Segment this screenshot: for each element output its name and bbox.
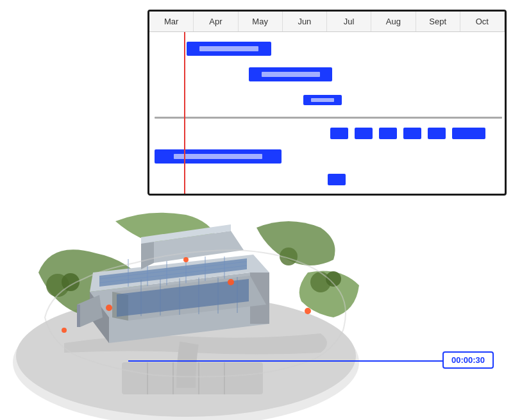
gantt-bar-1 <box>187 42 271 56</box>
svg-point-17 <box>228 279 234 285</box>
gantt-row-6 <box>149 145 505 168</box>
month-mar: Mar <box>149 12 194 31</box>
current-date-line <box>184 32 185 196</box>
gantt-connector-2 <box>155 194 475 196</box>
gantt-row-3 <box>149 88 505 112</box>
gantt-bar-6 <box>155 149 282 164</box>
month-jun: Jun <box>283 12 327 31</box>
svg-point-19 <box>305 308 311 314</box>
gantt-small-5-6 <box>452 128 485 139</box>
gantt-row-8 <box>149 191 505 196</box>
gantt-row-2 <box>149 63 505 86</box>
gantt-bar-3 <box>303 95 342 105</box>
gantt-small-5-5 <box>428 128 446 139</box>
svg-point-18 <box>183 257 189 262</box>
gantt-small-5-4 <box>403 128 421 139</box>
timer-line <box>128 360 442 362</box>
gantt-connector-1 <box>155 117 502 119</box>
gantt-row-4 <box>149 114 505 122</box>
timer-value: 00:00:30 <box>451 355 485 365</box>
gantt-chart-panel: Mar Apr May Jun Jul Aug Sept Oct <box>147 10 507 196</box>
month-sept: Sept <box>416 12 460 31</box>
gantt-small-5-2 <box>355 128 373 139</box>
gantt-row-1 <box>149 37 505 60</box>
month-jul: Jul <box>327 12 371 31</box>
month-oct: Oct <box>460 12 505 31</box>
month-apr: Apr <box>194 12 238 31</box>
gantt-small-7-1 <box>328 174 346 185</box>
gantt-small-5-1 <box>330 128 348 139</box>
gantt-body <box>149 32 505 196</box>
gantt-bar-2 <box>249 67 332 81</box>
svg-rect-26 <box>122 362 263 394</box>
gantt-row-7 <box>149 171 505 189</box>
month-aug: Aug <box>371 12 416 31</box>
timer-badge: 00:00:30 <box>442 351 494 369</box>
svg-point-20 <box>62 328 67 333</box>
gantt-small-5-3 <box>379 128 397 139</box>
gantt-row-5 <box>149 124 505 142</box>
svg-point-16 <box>106 305 112 311</box>
month-may: May <box>239 12 283 31</box>
gantt-header: Mar Apr May Jun Jul Aug Sept Oct <box>149 12 505 32</box>
